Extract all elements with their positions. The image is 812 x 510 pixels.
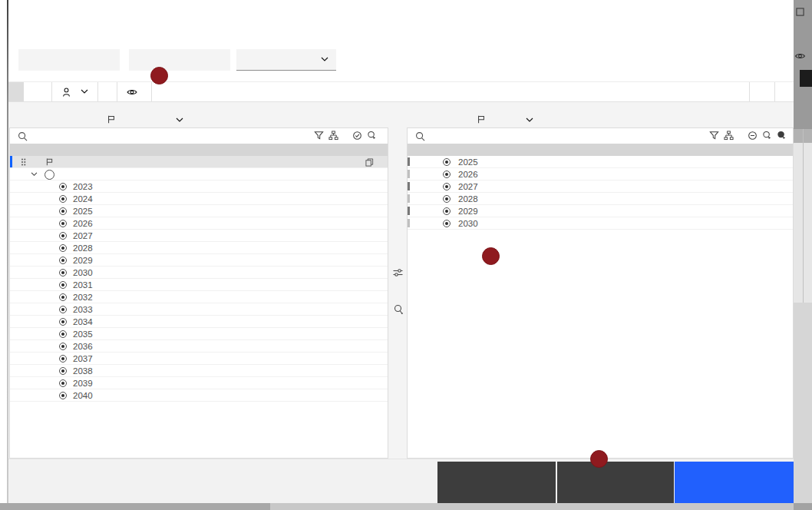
available-column-header[interactable] [10, 144, 388, 156]
leaf-member-icon [443, 195, 451, 203]
show-attributes-button[interactable] [117, 82, 151, 101]
member-row[interactable]: 2034 [10, 316, 388, 328]
leaf-member-icon [59, 318, 67, 326]
search-current-set-button[interactable] [98, 82, 117, 101]
member-row[interactable]: 2027 [10, 230, 388, 242]
remove-members-icon[interactable] [777, 131, 787, 141]
tree-expand-chevron-icon[interactable] [31, 172, 38, 177]
current-set-column-header[interactable] [408, 144, 793, 156]
member-row[interactable]: 2024 [10, 193, 388, 205]
filter-icon[interactable] [314, 131, 324, 141]
member-name: 2036 [73, 340, 93, 353]
database-field[interactable] [18, 49, 120, 71]
adjust-insert-icon[interactable] [392, 267, 404, 278]
member-row[interactable]: 2029 [10, 254, 388, 267]
eye-icon [127, 87, 137, 98]
apply-button[interactable] [675, 462, 794, 503]
leaf-member-icon [59, 220, 67, 227]
toolbar [8, 81, 794, 102]
member-row[interactable]: 2026 [10, 217, 388, 230]
chevron-down-icon [81, 89, 88, 94]
dimension-field[interactable] [129, 49, 230, 71]
current-set-row[interactable]: 2030 [408, 217, 793, 230]
copy-icon[interactable] [365, 158, 374, 167]
member-name: 2040 [73, 389, 93, 402]
grid-empty-area [794, 303, 812, 503]
drag-handle[interactable] [408, 182, 410, 190]
settings-gear-icon[interactable] [775, 82, 794, 101]
drag-handle[interactable] [408, 170, 410, 178]
available-search-input[interactable] [30, 130, 186, 144]
drag-handle[interactable] [408, 219, 410, 227]
chevron-down-icon[interactable] [526, 118, 533, 123]
member-name: 2029 [73, 254, 93, 267]
leaf-member-icon [443, 158, 451, 166]
leaf-member-icon [59, 330, 67, 338]
member-row[interactable]: 2031 [10, 279, 388, 291]
leaf-member-icon [59, 232, 67, 240]
annotation-badge-2 [150, 67, 168, 84]
member-name: 2029 [458, 205, 478, 217]
leaf-member-icon [59, 355, 67, 363]
annotation-badge-1 [482, 247, 500, 265]
mdx-button[interactable] [750, 82, 774, 101]
member-row[interactable]: 2035 [10, 328, 388, 340]
member-row[interactable]: 2030 [10, 267, 388, 279]
exclude-member-icon[interactable] [748, 131, 758, 141]
lasso-icon[interactable] [393, 304, 404, 315]
member-row[interactable]: 2036 [10, 340, 388, 353]
drag-handle[interactable] [408, 194, 410, 203]
replace-button[interactable] [437, 462, 556, 503]
member-row[interactable]: 2033 [10, 303, 388, 316]
drag-handle-icon[interactable] [21, 158, 26, 166]
chevron-down-icon [321, 57, 328, 62]
search-icon [415, 131, 425, 141]
circle-check-icon[interactable] [352, 131, 362, 141]
leaf-member-icon [59, 183, 67, 190]
member-row[interactable]: 2038 [10, 365, 388, 377]
hierarchy-tree-icon[interactable] [724, 131, 734, 141]
hierarchy-tree-icon[interactable] [328, 131, 338, 141]
member-row[interactable]: 2040 [10, 389, 388, 402]
current-set-row[interactable]: 2028 [408, 193, 793, 205]
bottom-strip-left [0, 503, 270, 510]
grid-column-divider [803, 129, 804, 303]
member-name: 2025 [73, 205, 93, 217]
keep-members-icon[interactable] [762, 131, 772, 141]
current-set-search-input[interactable] [427, 130, 584, 144]
member-row[interactable]: 2023 [10, 180, 388, 193]
member-name: 2030 [458, 217, 478, 230]
filter-icon[interactable] [709, 131, 719, 141]
leaf-member-icon [443, 171, 451, 178]
member-row[interactable]: 2032 [10, 291, 388, 303]
save-as-button[interactable] [557, 462, 674, 503]
leaf-member-icon [59, 257, 67, 264]
keep-members-icon[interactable] [367, 131, 377, 141]
current-set-row[interactable]: 2026 [408, 168, 793, 180]
tab-available-members[interactable] [8, 82, 24, 101]
leaf-member-icon [59, 379, 67, 387]
set-icon [107, 114, 116, 124]
member-row[interactable]: 2025 [10, 205, 388, 217]
drag-handle[interactable] [408, 157, 410, 166]
member-name: 2026 [73, 217, 93, 230]
current-set-row[interactable]: 2029 [408, 205, 793, 217]
member-row-consolidation[interactable] [10, 168, 388, 180]
current-set-row[interactable]: 2027 [408, 180, 793, 193]
person-icon [61, 87, 71, 98]
search-icon [18, 131, 28, 141]
member-row-root[interactable] [10, 156, 388, 168]
background-app-sliver [794, 0, 812, 503]
drag-handle[interactable] [408, 207, 410, 215]
current-set-panel: 2025 2026 2027 2028 2029 2030 [407, 128, 794, 459]
member-row[interactable]: 2037 [10, 353, 388, 365]
member-name: 2035 [73, 328, 93, 340]
chevron-down-icon[interactable] [176, 118, 183, 123]
hierarchy-select[interactable] [236, 49, 336, 71]
member-id-dropdown[interactable] [52, 82, 97, 101]
current-set-row[interactable]: 2025 [408, 156, 793, 168]
member-row[interactable]: 2039 [10, 377, 388, 389]
member-name: 2037 [73, 353, 93, 365]
leaf-member-icon [59, 281, 67, 289]
member-row[interactable]: 2028 [10, 242, 388, 254]
